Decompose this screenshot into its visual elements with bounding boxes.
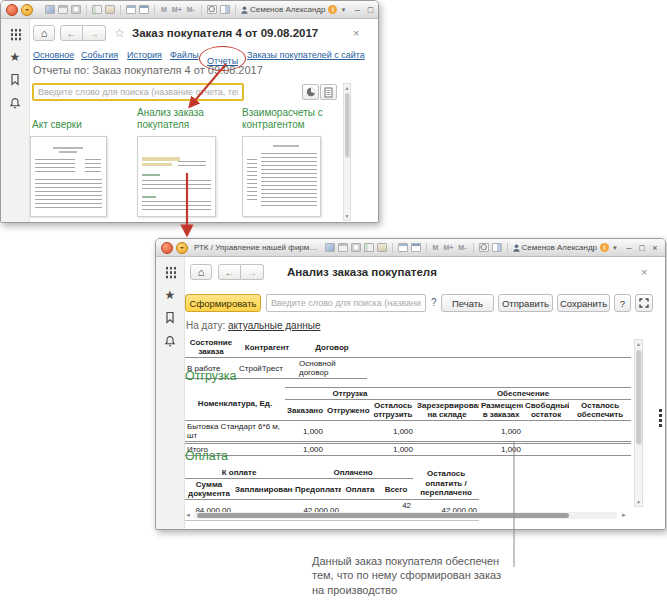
to-ship-total: 1,000 <box>371 443 415 456</box>
print-preview-icon[interactable] <box>351 243 361 252</box>
mail-icon[interactable] <box>377 243 387 252</box>
favorites-icon[interactable]: ★ <box>165 290 176 300</box>
app-menu-button[interactable] <box>161 242 173 254</box>
search-help-link[interactable]: ? <box>431 297 437 308</box>
app-menu-arrow-button[interactable] <box>21 4 33 16</box>
list-view-button[interactable] <box>320 84 337 100</box>
scroll-up-icon[interactable]: ▲ <box>635 341 642 347</box>
scroll-down-icon[interactable]: ▼ <box>635 499 642 505</box>
mail-icon[interactable] <box>105 5 115 14</box>
minimize-button[interactable]: – <box>352 5 362 15</box>
tab-site-orders[interactable]: Заказы покупателей с сайта <box>247 50 365 60</box>
menu-grid-icon[interactable] <box>10 28 21 41</box>
panel-splitter-handle[interactable] <box>659 409 662 427</box>
save-report-button[interactable]: Сохранить <box>557 294 610 312</box>
table-icon[interactable] <box>398 243 408 252</box>
maximize-button[interactable]: □ <box>637 243 647 253</box>
close-button[interactable]: × <box>650 243 660 253</box>
print-icon[interactable] <box>338 243 348 252</box>
hscroll-left-icon[interactable]: ◄ <box>185 512 191 518</box>
report-link-act[interactable]: Акт сверки <box>32 103 124 130</box>
hscroll-right-icon[interactable]: ► <box>621 512 627 518</box>
home-icon: ⌂ <box>198 267 205 277</box>
favorite-toggle-icon[interactable]: ☆ <box>114 26 125 40</box>
menu-grid-icon[interactable] <box>165 266 176 279</box>
placed-header: Размещено в заказах <box>479 400 523 421</box>
memory-add-button[interactable]: M+ <box>171 6 183 13</box>
app-menu-button[interactable] <box>6 4 18 16</box>
tab-events[interactable]: События <box>81 50 118 60</box>
notifications-icon[interactable] <box>9 97 21 109</box>
table-row: Бытовка Стандарт 6*6 м, шт 1,000 1,000 1… <box>185 421 631 443</box>
chevron-down-icon[interactable]: ▼ <box>340 7 346 13</box>
memory-subtract-button[interactable]: M- <box>457 244 467 251</box>
report-link-analysis[interactable]: Анализ заказа покупателя <box>137 103 229 130</box>
separator <box>507 243 508 253</box>
horizontal-scrollbar[interactable] <box>193 512 617 519</box>
zoom-icon[interactable] <box>207 5 217 14</box>
panels-icon[interactable] <box>492 243 502 252</box>
print-icon[interactable] <box>58 5 68 14</box>
scrollbar-thumb[interactable] <box>345 93 349 157</box>
hscrollbar-thumb[interactable] <box>197 513 569 518</box>
chart-view-button[interactable] <box>302 84 319 100</box>
tab-files[interactable]: Файлы <box>170 50 199 60</box>
tab-history[interactable]: История <box>127 50 162 60</box>
chevron-down-icon[interactable]: ▼ <box>612 245 618 251</box>
calendar-icon[interactable] <box>411 243 421 252</box>
minimize-button[interactable]: – <box>624 243 634 253</box>
forward-button[interactable]: → <box>83 25 106 41</box>
tree-icon[interactable] <box>92 5 102 14</box>
home-button[interactable]: ⌂ <box>33 25 55 41</box>
back-button[interactable]: ← <box>60 25 83 41</box>
report-thumbnail-analysis[interactable] <box>137 136 216 217</box>
memory-store-button[interactable]: M <box>160 6 168 13</box>
on-date-link[interactable]: актуальные данные <box>228 320 320 331</box>
window1-scrollbar[interactable]: ▲ ▼ <box>343 83 351 221</box>
home-icon: ⌂ <box>41 28 48 38</box>
zoom-icon[interactable] <box>479 243 489 252</box>
forward-button[interactable]: → <box>241 264 264 280</box>
scrollbar-thumb[interactable] <box>636 350 641 444</box>
memory-add-button[interactable]: M+ <box>442 244 454 251</box>
memory-subtract-button[interactable]: M- <box>186 6 196 13</box>
generate-button[interactable]: Сформировать <box>185 294 261 312</box>
info-icon[interactable]: i <box>328 5 337 14</box>
order-info-table: Состояние заказа Контрагент Договор В ра… <box>185 337 631 379</box>
send-button[interactable]: Отправить <box>498 294 553 312</box>
scroll-down-icon[interactable]: ▼ <box>344 213 350 219</box>
report-search-input[interactable] <box>266 294 426 312</box>
calendar-icon[interactable] <box>139 5 149 14</box>
save-icon[interactable] <box>45 5 55 14</box>
form-close-icon[interactable]: × <box>641 266 647 278</box>
back-button[interactable]: ← <box>218 264 241 280</box>
separator <box>473 243 474 253</box>
tab-main[interactable]: Основное <box>33 50 74 60</box>
reserved-total <box>415 443 479 456</box>
print-preview-icon[interactable] <box>71 5 81 14</box>
info-icon[interactable]: i <box>600 243 609 252</box>
free-cell <box>523 421 569 443</box>
search-input[interactable] <box>32 83 244 101</box>
history-icon[interactable] <box>164 311 176 324</box>
tree-icon[interactable] <box>364 243 374 252</box>
notifications-icon[interactable] <box>164 335 176 347</box>
help-button[interactable]: ? <box>614 294 631 312</box>
save-icon[interactable] <box>325 243 335 252</box>
report-thumbnail-settlements[interactable] <box>242 136 321 217</box>
window2-scrollbar[interactable]: ▲ ▼ <box>634 339 643 507</box>
app-menu-arrow-button[interactable] <box>176 242 188 254</box>
report-link-settlements[interactable]: Взаиморасчеты с контрагентом <box>242 103 338 130</box>
form-close-icon[interactable]: × <box>353 27 359 39</box>
memory-store-button[interactable]: M <box>432 244 440 251</box>
history-icon[interactable] <box>9 73 21 86</box>
home-button[interactable]: ⌂ <box>190 264 212 280</box>
scroll-up-icon[interactable]: ▲ <box>344 85 350 91</box>
table-icon[interactable] <box>126 5 136 14</box>
panels-icon[interactable] <box>220 5 230 14</box>
favorites-icon[interactable]: ★ <box>10 52 21 62</box>
fullscreen-button[interactable] <box>635 294 653 312</box>
report-thumbnail-act[interactable] <box>30 136 107 217</box>
print-button[interactable]: Печать <box>441 294 494 312</box>
maximize-button[interactable]: □ <box>365 5 375 15</box>
